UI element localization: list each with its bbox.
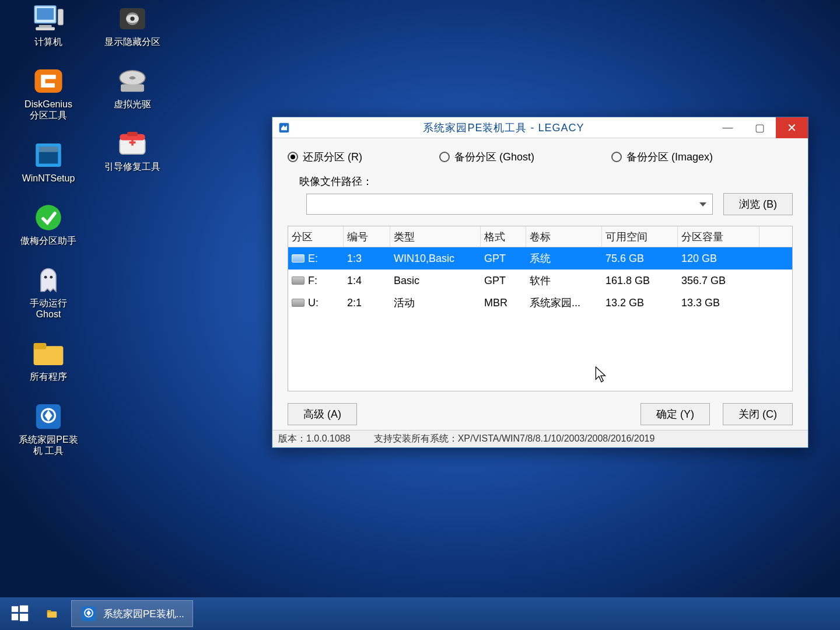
desktop-icon-aomei[interactable]: 傲梅分区助手: [10, 202, 86, 246]
table-row[interactable]: U:2:1活动MBR系统家园...13.2 GB13.3 GB: [288, 292, 792, 314]
svg-rect-13: [34, 343, 47, 349]
desktop-icon-hidden-part[interactable]: 显示隐藏分区: [94, 4, 170, 47]
cell-capacity: 356.7 GB: [678, 275, 760, 287]
col-partition[interactable]: 分区: [288, 226, 344, 247]
svg-point-18: [130, 16, 134, 20]
start-button[interactable]: [7, 601, 33, 626]
titlebar[interactable]: 系统家园PE装机工具 - LEGACY — ▢ ✕: [272, 117, 808, 138]
cell-format: GPT: [481, 275, 526, 287]
desktop-icon-folder[interactable]: 所有程序: [10, 338, 86, 382]
table-header: 分区 编号 类型 格式 卷标 可用空间 分区容量: [288, 226, 792, 247]
desktop-icon-label: 计算机: [34, 36, 62, 47]
radio-backup-ghost[interactable]: 备份分区 (Ghost): [439, 150, 611, 164]
cell-format: GPT: [481, 253, 526, 265]
radio-restore[interactable]: 还原分区 (R): [288, 150, 439, 164]
pe-tool-icon: [30, 401, 66, 432]
desktop-icon-winntsetup[interactable]: WinNTSetup: [10, 140, 86, 184]
svg-rect-33: [47, 610, 51, 612]
taskbar[interactable]: 系统家园PE装机...: [0, 597, 840, 630]
ghost-icon: [30, 265, 66, 295]
desktop-icon-label: 引导修复工具: [104, 161, 160, 172]
disk-icon: [292, 276, 304, 285]
svg-point-9: [36, 205, 61, 230]
cell-capacity: 120 GB: [678, 253, 760, 265]
winntsetup-icon: [30, 140, 66, 170]
col-format[interactable]: 格式: [481, 226, 526, 247]
cell-free: 13.2 GB: [602, 297, 678, 309]
version-label: 版本：1.0.0.1088: [278, 433, 351, 445]
image-path-label: 映像文件路径：: [288, 174, 373, 188]
cell-number: 1:3: [344, 253, 390, 265]
svg-rect-5: [34, 69, 62, 93]
svg-rect-8: [39, 146, 58, 152]
radio-dot-icon: [288, 152, 298, 162]
cancel-button[interactable]: 关闭 (C): [723, 403, 793, 425]
svg-rect-31: [20, 614, 28, 621]
desktop-icon-boot-repair[interactable]: 引导修复工具: [94, 128, 170, 172]
cell-number: 1:4: [344, 275, 390, 287]
ok-button[interactable]: 确定 (Y): [640, 403, 710, 425]
svg-rect-26: [127, 132, 138, 136]
cell-drive: U:: [308, 297, 318, 309]
taskbar-explorer[interactable]: [38, 600, 65, 627]
cell-drive: F:: [308, 275, 317, 287]
svg-rect-29: [20, 606, 28, 612]
desktop-icon-label: 系统家园PE装 机 工具: [19, 434, 78, 456]
svg-rect-4: [36, 27, 55, 30]
aomei-icon: [30, 202, 66, 233]
desktop-icon-diskgenius[interactable]: DiskGenius 分区工具: [10, 66, 86, 121]
pe-install-window: 系统家园PE装机工具 - LEGACY — ▢ ✕ 还原分区 (R) 备份分区 …: [272, 117, 808, 448]
desktop-icon-label: 虚拟光驱: [114, 99, 151, 110]
disk-icon: [292, 299, 304, 307]
svg-point-11: [50, 276, 52, 279]
desktop-icon-pe-tool[interactable]: 系统家园PE装 机 工具: [10, 401, 86, 456]
svg-rect-25: [131, 139, 134, 146]
col-capacity[interactable]: 分区容量: [678, 226, 760, 247]
image-path-combo[interactable]: [306, 194, 713, 215]
desktop-icon-label: WinNTSetup: [22, 173, 75, 184]
cell-type: Basic: [390, 275, 481, 287]
col-number[interactable]: 编号: [344, 226, 390, 247]
app-icon: [272, 122, 296, 134]
desktop-icon-cdrom[interactable]: 虚拟光驱: [94, 66, 170, 110]
table-row[interactable]: E:1:3WIN10,BasicGPT系统75.6 GB120 GB: [288, 247, 792, 270]
desktop-icon-ghost[interactable]: 手动运行 Ghost: [10, 265, 86, 320]
desktop-icon-label: DiskGenius 分区工具: [24, 99, 72, 121]
taskbar-active-task[interactable]: 系统家园PE装机...: [71, 600, 193, 627]
radio-dot-icon: [611, 152, 622, 162]
taskbar-task-label: 系统家园PE装机...: [103, 607, 184, 621]
svg-rect-2: [58, 9, 63, 25]
close-button[interactable]: ✕: [776, 117, 808, 138]
svg-rect-21: [121, 85, 144, 92]
svg-rect-32: [47, 611, 57, 618]
desktop-icon-computer[interactable]: 计算机: [10, 4, 86, 47]
disk-icon: [292, 254, 304, 262]
cell-free: 161.8 GB: [602, 275, 678, 287]
cell-number: 2:1: [344, 297, 390, 309]
hidden-part-icon: [114, 4, 150, 34]
advanced-button[interactable]: 高级 (A): [288, 403, 357, 425]
boot-repair-icon: [114, 128, 150, 159]
col-volume[interactable]: 卷标: [526, 226, 602, 247]
table-row[interactable]: F:1:4BasicGPT软件161.8 GB356.7 GB: [288, 270, 792, 292]
minimize-button[interactable]: —: [712, 117, 744, 138]
col-type[interactable]: 类型: [390, 226, 481, 247]
cell-volume: 系统: [526, 251, 602, 265]
status-bar: 版本：1.0.0.1088 支持安装所有系统：XP/VISTA/WIN7/8/8…: [272, 430, 808, 447]
svg-rect-30: [12, 614, 18, 620]
svg-rect-28: [12, 606, 18, 612]
svg-point-10: [44, 276, 47, 279]
col-free[interactable]: 可用空间: [602, 226, 678, 247]
mode-radio-group: 还原分区 (R) 备份分区 (Ghost) 备份分区 (Imagex): [288, 150, 793, 164]
partition-table: 分区 编号 类型 格式 卷标 可用空间 分区容量 E:1:3WIN10,Basi…: [288, 226, 793, 391]
radio-backup-imagex[interactable]: 备份分区 (Imagex): [611, 150, 793, 164]
browse-button[interactable]: 浏览 (B): [723, 193, 793, 215]
svg-rect-3: [39, 25, 52, 27]
desktop-icon-label: 所有程序: [30, 371, 67, 382]
maximize-button[interactable]: ▢: [744, 117, 776, 138]
cell-type: 活动: [390, 296, 481, 310]
cell-volume: 系统家园...: [526, 296, 602, 310]
desktop-icon-label: 傲梅分区助手: [20, 235, 76, 246]
desktop-icon-label: 手动运行 Ghost: [30, 298, 67, 320]
folder-icon: [30, 338, 66, 369]
